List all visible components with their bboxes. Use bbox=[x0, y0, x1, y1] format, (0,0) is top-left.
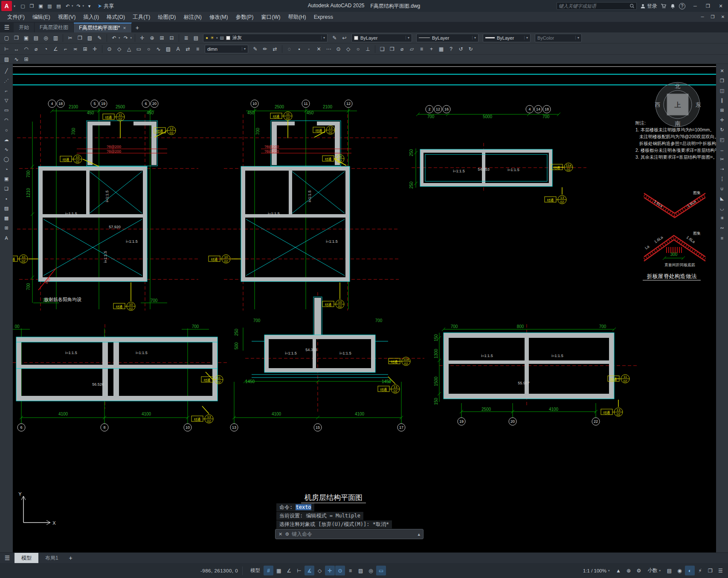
file-tab[interactable]: F高层结构平面图*✕ bbox=[74, 23, 132, 32]
dim-override-icon[interactable]: ⇄ bbox=[270, 45, 279, 53]
undo-icon[interactable]: ↶ bbox=[64, 2, 72, 10]
dim-center-icon[interactable]: ⊙ bbox=[105, 45, 114, 53]
edit-array-icon[interactable]: ⊞ bbox=[22, 55, 31, 64]
ellipse-arc-icon[interactable]: ◔ bbox=[2, 165, 11, 173]
zoom-realtime-icon[interactable]: ⊕ bbox=[148, 34, 157, 42]
area-icon[interactable]: ▱ bbox=[407, 45, 416, 53]
drawing-canvas[interactable]: 210045025004507007001210700700700?8@200?… bbox=[13, 64, 716, 552]
layer-properties-icon[interactable]: ≣ bbox=[182, 34, 191, 42]
zoom-window-icon[interactable]: ⊞ bbox=[157, 34, 166, 42]
graphics-performance-icon[interactable]: ⚡ bbox=[695, 566, 705, 575]
edit-spline-icon[interactable]: ∿ bbox=[12, 55, 21, 64]
dwg-svg[interactable]: 210045025004507007001210700700700?8@200?… bbox=[13, 64, 716, 552]
file-tab[interactable]: 开始 bbox=[14, 23, 35, 32]
join-icon[interactable]: ∪ bbox=[718, 185, 726, 193]
ucs-icon[interactable] bbox=[21, 496, 50, 525]
arc-icon[interactable]: ◠ bbox=[2, 116, 11, 124]
redo-icon[interactable]: ↷ bbox=[75, 2, 83, 10]
minimize-button[interactable]: ─ bbox=[689, 0, 702, 12]
layer-states-icon[interactable]: ▤ bbox=[191, 34, 200, 42]
notification-bell-icon[interactable] bbox=[670, 3, 676, 9]
dim-text-frame-icon[interactable]: ▭ bbox=[134, 45, 143, 53]
redo-icon[interactable]: ↷ bbox=[122, 34, 131, 42]
clean-screen-icon[interactable]: ❐ bbox=[705, 566, 715, 575]
align-icon[interactable]: ≡ bbox=[718, 234, 726, 242]
dim-update-icon[interactable]: ⇄ bbox=[183, 45, 192, 53]
ellipse-icon[interactable]: ◯ bbox=[2, 155, 11, 163]
search-icon[interactable] bbox=[629, 3, 635, 9]
qopen-icon[interactable]: ❐ bbox=[28, 2, 36, 10]
menu-item[interactable]: 参数(P) bbox=[232, 12, 258, 22]
menu-item[interactable]: 插入(I) bbox=[79, 12, 103, 22]
qsave-as-icon[interactable]: ▥ bbox=[46, 2, 54, 10]
match-properties-icon[interactable]: ✎ bbox=[95, 34, 104, 42]
snap-extension-icon[interactable]: ⋯ bbox=[324, 45, 333, 53]
undo-dropdown-icon[interactable]: ▾ bbox=[119, 36, 120, 40]
fillet-icon[interactable]: ◡ bbox=[718, 204, 726, 212]
selection-cycling-icon[interactable]: ◎ bbox=[366, 566, 376, 575]
list-icon[interactable]: ≡ bbox=[417, 45, 426, 53]
menu-item[interactable]: 标注(N) bbox=[180, 12, 206, 22]
menu-item[interactable]: Express bbox=[310, 12, 337, 22]
zoom-previous-icon[interactable]: ⊟ bbox=[167, 34, 176, 42]
redraw-icon[interactable]: ↺ bbox=[456, 45, 465, 53]
qat-menu-icon[interactable]: ▾ bbox=[85, 2, 93, 10]
dim-aligned-icon[interactable]: ↔ bbox=[12, 45, 21, 53]
object-snap-tracking-icon[interactable]: ✛ bbox=[325, 566, 335, 575]
polygon-icon[interactable]: ▽ bbox=[2, 96, 11, 105]
transparency-icon[interactable]: ▨ bbox=[356, 566, 365, 575]
plot-icon[interactable]: ▤ bbox=[32, 34, 41, 42]
snap-tangent-icon[interactable]: ○ bbox=[354, 45, 363, 53]
doc-close-button[interactable]: ✕ bbox=[718, 12, 728, 22]
redo-dropdown-icon[interactable]: ▾ bbox=[131, 36, 132, 40]
leader-icon[interactable]: ○ bbox=[144, 45, 153, 53]
layer-previous-icon[interactable]: ↩ bbox=[340, 34, 349, 42]
customization-icon[interactable]: ☰ bbox=[716, 566, 725, 575]
snap-center-icon[interactable]: ⊙ bbox=[334, 45, 343, 53]
regen-icon[interactable]: ↻ bbox=[466, 45, 475, 53]
insert-block-icon[interactable]: ▣ bbox=[2, 175, 11, 183]
dim-jogged-icon[interactable]: ◇ bbox=[115, 45, 124, 53]
units-button[interactable]: 小数 ▾ bbox=[644, 566, 664, 575]
isodraft-icon[interactable]: ◇ bbox=[315, 566, 325, 575]
extend-icon[interactable]: ➝ bbox=[718, 165, 726, 173]
cut-icon[interactable]: ✂ bbox=[66, 34, 75, 42]
undo-icon[interactable]: ↶ bbox=[110, 34, 119, 42]
table-icon[interactable]: ⊞ bbox=[2, 224, 11, 232]
construction-line-icon[interactable]: ⋰ bbox=[2, 77, 11, 85]
dim-continue-icon[interactable]: ✛ bbox=[90, 45, 99, 53]
layer-freeze-icon[interactable]: ☀ bbox=[210, 35, 214, 40]
infer-constraints-icon[interactable]: ∠ bbox=[284, 566, 294, 575]
erase-icon[interactable]: ✕ bbox=[718, 67, 726, 75]
tab-model[interactable]: 模型 bbox=[15, 553, 38, 563]
hatch-icon[interactable]: ▨ bbox=[2, 204, 11, 212]
menu-item[interactable]: 帮助(H) bbox=[284, 12, 310, 22]
share-button[interactable]: ➤ 共享 bbox=[98, 3, 114, 10]
dimstyle-combo[interactable]: dimn ▾ bbox=[205, 45, 248, 53]
copy-icon[interactable]: ❐ bbox=[718, 77, 726, 85]
menu-item[interactable]: 编辑(E) bbox=[29, 12, 54, 22]
explode-icon[interactable]: ✳ bbox=[718, 214, 726, 222]
dim-angular-icon[interactable]: ∠ bbox=[51, 45, 60, 53]
break-icon[interactable]: ╎ bbox=[718, 175, 726, 183]
text-style-icon[interactable]: A bbox=[174, 45, 183, 53]
tab-layout1[interactable]: 布局1 bbox=[38, 553, 65, 563]
revision-cloud-icon[interactable]: ☁ bbox=[2, 136, 11, 144]
tool-help-icon[interactable]: ? bbox=[447, 45, 455, 53]
ortho-mode-icon[interactable]: ⊢ bbox=[294, 566, 304, 575]
layer-on-icon[interactable]: ● bbox=[206, 35, 208, 40]
plot-preview-icon[interactable]: ◎ bbox=[41, 34, 50, 42]
menu-item[interactable]: 文件(F) bbox=[3, 12, 29, 22]
maximize-button[interactable]: ❒ bbox=[702, 0, 714, 12]
snap-from-icon[interactable]: ◌ bbox=[285, 45, 294, 53]
gradient-icon[interactable]: ▩ bbox=[2, 214, 11, 222]
new-layout-button[interactable]: + bbox=[65, 555, 76, 561]
dimstyle-combo-arrow-icon[interactable]: ▾ bbox=[242, 47, 246, 51]
dim-radius-icon[interactable]: ◔ bbox=[41, 45, 50, 53]
draworder-front-icon[interactable]: ❑ bbox=[378, 45, 387, 53]
open-icon[interactable]: ❐ bbox=[12, 34, 21, 42]
multileader-icon[interactable]: ∿ bbox=[154, 45, 163, 53]
doc-restore-button[interactable]: ❐ bbox=[708, 12, 718, 22]
qplot-icon[interactable]: ▤ bbox=[55, 2, 63, 10]
line-icon[interactable]: ╱ bbox=[2, 67, 11, 75]
